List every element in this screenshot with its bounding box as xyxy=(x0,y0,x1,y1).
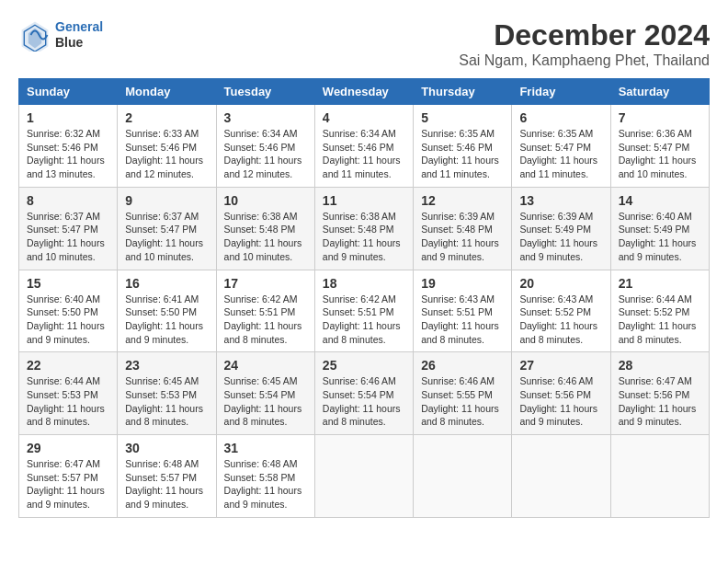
calendar-cell: 9Sunrise: 6:37 AM Sunset: 5:47 PM Daylig… xyxy=(118,187,216,270)
calendar-week-1: 1Sunrise: 6:32 AM Sunset: 5:46 PM Daylig… xyxy=(19,105,710,188)
day-number: 5 xyxy=(421,110,504,125)
day-number: 2 xyxy=(125,110,208,125)
calendar-cell: 18Sunrise: 6:42 AM Sunset: 5:51 PM Dayli… xyxy=(314,270,413,352)
day-number: 24 xyxy=(224,358,307,373)
day-details: Sunrise: 6:46 AM Sunset: 5:54 PM Dayligh… xyxy=(323,374,405,429)
day-details: Sunrise: 6:33 AM Sunset: 5:46 PM Dayligh… xyxy=(125,127,208,181)
day-number: 3 xyxy=(224,110,307,125)
day-details: Sunrise: 6:38 AM Sunset: 5:48 PM Dayligh… xyxy=(224,210,307,264)
calendar-cell: 12Sunrise: 6:39 AM Sunset: 5:48 PM Dayli… xyxy=(414,187,512,270)
day-details: Sunrise: 6:43 AM Sunset: 5:51 PM Dayligh… xyxy=(421,293,504,347)
day-header-sunday: Sunday xyxy=(19,79,118,105)
calendar-cell: 10Sunrise: 6:38 AM Sunset: 5:48 PM Dayli… xyxy=(216,187,314,270)
logo: General Blue xyxy=(18,18,103,52)
day-details: Sunrise: 6:42 AM Sunset: 5:51 PM Dayligh… xyxy=(224,293,307,347)
day-number: 8 xyxy=(27,193,109,208)
calendar-cell: 23Sunrise: 6:45 AM Sunset: 5:53 PM Dayli… xyxy=(118,352,216,435)
calendar-week-4: 22Sunrise: 6:44 AM Sunset: 5:53 PM Dayli… xyxy=(19,352,710,435)
calendar-cell xyxy=(314,435,413,518)
calendar-cell: 11Sunrise: 6:38 AM Sunset: 5:48 PM Dayli… xyxy=(314,187,413,270)
day-details: Sunrise: 6:37 AM Sunset: 5:47 PM Dayligh… xyxy=(125,210,208,264)
day-number: 20 xyxy=(519,276,602,291)
title-area: December 2024 Sai Ngam, Kamphaeng Phet, … xyxy=(459,18,710,69)
calendar-cell xyxy=(512,435,610,518)
day-details: Sunrise: 6:35 AM Sunset: 5:47 PM Dayligh… xyxy=(519,127,602,181)
day-details: Sunrise: 6:41 AM Sunset: 5:50 PM Dayligh… xyxy=(125,293,208,347)
calendar-cell: 13Sunrise: 6:39 AM Sunset: 5:49 PM Dayli… xyxy=(512,187,610,270)
month-title: December 2024 xyxy=(459,18,710,52)
calendar-cell: 2Sunrise: 6:33 AM Sunset: 5:46 PM Daylig… xyxy=(118,105,216,188)
day-details: Sunrise: 6:36 AM Sunset: 5:47 PM Dayligh… xyxy=(619,127,701,181)
calendar-cell: 22Sunrise: 6:44 AM Sunset: 5:53 PM Dayli… xyxy=(19,352,118,435)
day-details: Sunrise: 6:37 AM Sunset: 5:47 PM Dayligh… xyxy=(27,210,109,264)
calendar-cell: 25Sunrise: 6:46 AM Sunset: 5:54 PM Dayli… xyxy=(314,352,413,435)
day-number: 1 xyxy=(27,110,109,125)
day-number: 28 xyxy=(619,358,701,373)
day-details: Sunrise: 6:39 AM Sunset: 5:49 PM Dayligh… xyxy=(519,210,602,264)
day-header-thursday: Thursday xyxy=(414,79,512,105)
calendar-cell: 19Sunrise: 6:43 AM Sunset: 5:51 PM Dayli… xyxy=(414,270,512,352)
day-number: 7 xyxy=(619,110,701,125)
day-details: Sunrise: 6:39 AM Sunset: 5:48 PM Dayligh… xyxy=(421,210,504,264)
day-details: Sunrise: 6:38 AM Sunset: 5:48 PM Dayligh… xyxy=(323,210,405,264)
day-number: 11 xyxy=(323,193,405,208)
day-number: 13 xyxy=(519,193,602,208)
day-number: 17 xyxy=(224,276,307,291)
day-details: Sunrise: 6:46 AM Sunset: 5:56 PM Dayligh… xyxy=(519,374,602,429)
day-header-friday: Friday xyxy=(512,79,610,105)
calendar-body: 1Sunrise: 6:32 AM Sunset: 5:46 PM Daylig… xyxy=(19,105,710,518)
calendar-cell: 7Sunrise: 6:36 AM Sunset: 5:47 PM Daylig… xyxy=(610,105,709,188)
calendar-cell: 14Sunrise: 6:40 AM Sunset: 5:49 PM Dayli… xyxy=(610,187,709,270)
day-number: 6 xyxy=(519,110,602,125)
day-number: 27 xyxy=(519,358,602,373)
day-header-tuesday: Tuesday xyxy=(216,79,314,105)
day-number: 19 xyxy=(421,276,504,291)
day-details: Sunrise: 6:43 AM Sunset: 5:52 PM Dayligh… xyxy=(519,293,602,347)
calendar-week-5: 29Sunrise: 6:47 AM Sunset: 5:57 PM Dayli… xyxy=(19,435,710,518)
calendar-cell: 24Sunrise: 6:45 AM Sunset: 5:54 PM Dayli… xyxy=(216,352,314,435)
calendar-cell: 31Sunrise: 6:48 AM Sunset: 5:58 PM Dayli… xyxy=(216,435,314,518)
day-details: Sunrise: 6:47 AM Sunset: 5:56 PM Dayligh… xyxy=(619,374,701,429)
day-details: Sunrise: 6:44 AM Sunset: 5:53 PM Dayligh… xyxy=(27,374,109,429)
day-details: Sunrise: 6:46 AM Sunset: 5:55 PM Dayligh… xyxy=(421,374,504,429)
calendar-cell: 17Sunrise: 6:42 AM Sunset: 5:51 PM Dayli… xyxy=(216,270,314,352)
calendar-cell: 1Sunrise: 6:32 AM Sunset: 5:46 PM Daylig… xyxy=(19,105,118,188)
day-details: Sunrise: 6:44 AM Sunset: 5:52 PM Dayligh… xyxy=(619,293,701,347)
day-number: 12 xyxy=(421,193,504,208)
day-number: 10 xyxy=(224,193,307,208)
day-details: Sunrise: 6:42 AM Sunset: 5:51 PM Dayligh… xyxy=(323,293,405,347)
day-number: 14 xyxy=(619,193,701,208)
calendar-cell: 5Sunrise: 6:35 AM Sunset: 5:46 PM Daylig… xyxy=(414,105,512,188)
calendar-cell: 21Sunrise: 6:44 AM Sunset: 5:52 PM Dayli… xyxy=(610,270,709,352)
logo-icon xyxy=(18,18,51,52)
day-number: 31 xyxy=(224,441,307,455)
day-details: Sunrise: 6:34 AM Sunset: 5:46 PM Dayligh… xyxy=(323,127,405,181)
day-number: 16 xyxy=(125,276,208,291)
day-details: Sunrise: 6:45 AM Sunset: 5:53 PM Dayligh… xyxy=(125,374,208,429)
calendar-cell xyxy=(414,435,512,518)
day-details: Sunrise: 6:48 AM Sunset: 5:58 PM Dayligh… xyxy=(224,457,307,511)
day-header-wednesday: Wednesday xyxy=(314,79,413,105)
day-details: Sunrise: 6:48 AM Sunset: 5:57 PM Dayligh… xyxy=(125,457,208,511)
day-number: 26 xyxy=(421,358,504,373)
day-number: 22 xyxy=(27,358,109,373)
calendar-cell: 20Sunrise: 6:43 AM Sunset: 5:52 PM Dayli… xyxy=(512,270,610,352)
calendar-cell xyxy=(610,435,709,518)
calendar-cell: 28Sunrise: 6:47 AM Sunset: 5:56 PM Dayli… xyxy=(610,352,709,435)
calendar-cell: 4Sunrise: 6:34 AM Sunset: 5:46 PM Daylig… xyxy=(314,105,413,188)
page-header: General Blue December 2024 Sai Ngam, Kam… xyxy=(18,18,710,69)
day-number: 30 xyxy=(125,441,208,455)
calendar-cell: 26Sunrise: 6:46 AM Sunset: 5:55 PM Dayli… xyxy=(414,352,512,435)
day-number: 23 xyxy=(125,358,208,373)
calendar-cell: 6Sunrise: 6:35 AM Sunset: 5:47 PM Daylig… xyxy=(512,105,610,188)
day-details: Sunrise: 6:34 AM Sunset: 5:46 PM Dayligh… xyxy=(224,127,307,181)
calendar-cell: 3Sunrise: 6:34 AM Sunset: 5:46 PM Daylig… xyxy=(216,105,314,188)
location-title: Sai Ngam, Kamphaeng Phet, Thailand xyxy=(459,52,710,69)
calendar-header-row: SundayMondayTuesdayWednesdayThursdayFrid… xyxy=(19,79,710,105)
day-details: Sunrise: 6:40 AM Sunset: 5:49 PM Dayligh… xyxy=(619,210,701,264)
day-details: Sunrise: 6:47 AM Sunset: 5:57 PM Dayligh… xyxy=(27,457,109,511)
calendar-table: SundayMondayTuesdayWednesdayThursdayFrid… xyxy=(18,78,710,518)
calendar-week-2: 8Sunrise: 6:37 AM Sunset: 5:47 PM Daylig… xyxy=(19,187,710,270)
calendar-week-3: 15Sunrise: 6:40 AM Sunset: 5:50 PM Dayli… xyxy=(19,270,710,352)
day-number: 4 xyxy=(323,110,405,125)
